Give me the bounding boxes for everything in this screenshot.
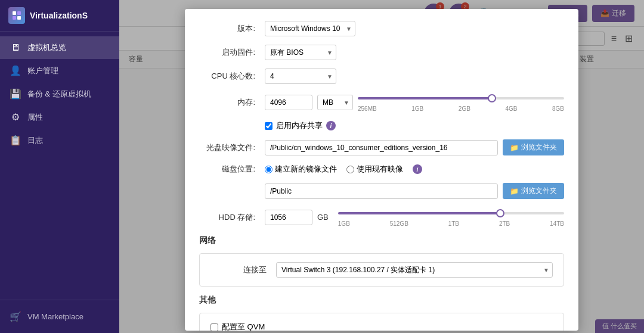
disk-option1-radio[interactable] [265, 166, 273, 173]
disk-label: 磁盘位置: [199, 164, 265, 175]
vm-overview-icon: 🖥 [10, 42, 21, 53]
sidebar-item-label: 日志 [27, 135, 43, 146]
version-select-wrapper: Microsoft Windows 10 ▼ [265, 21, 355, 36]
disk-option2-text: 使用现有映像 [357, 164, 403, 175]
hdd-mark-0: 1GB [338, 220, 350, 227]
svg-rect-3 [17, 16, 21, 20]
hdd-mark-3: 2TB [499, 220, 510, 227]
sidebar-item-label: 备份 & 还原虚拟机 [27, 89, 91, 99]
disk-option1-text: 建立新的镜像文件 [275, 164, 337, 175]
cpu-control: 4 ▼ [265, 69, 564, 84]
disk-option2-radio[interactable] [346, 166, 354, 173]
memory-slider-labels: 256MB 1GB 2GB 4GB 8GB [358, 105, 564, 112]
disk-option2-label[interactable]: 使用现有映像 [346, 164, 403, 175]
firmware-select-wrapper: 原有 BIOS ▼ [265, 45, 336, 60]
iso-label: 光盘映像文件: [199, 142, 265, 153]
memory-unit-select[interactable]: MB [317, 95, 353, 110]
hdd-slider-thumb[interactable] [496, 209, 504, 217]
memory-input[interactable]: 4096 [265, 95, 312, 110]
disk-info-icon[interactable]: i [413, 164, 422, 174]
svg-rect-0 [13, 11, 16, 15]
shared-memory-info-icon[interactable]: i [326, 121, 336, 130]
network-section-title: 网络 [199, 235, 564, 246]
mem-mark-3: 4GB [505, 105, 517, 112]
sidebar-item-label: 账户管理 [27, 66, 58, 76]
sidebar-item-properties[interactable]: ⚙ 属性 [0, 105, 119, 129]
disk-browse-button[interactable]: 📁 浏览文件夹 [503, 183, 564, 199]
cpu-select[interactable]: 4 [265, 69, 336, 84]
sidebar-item-marketplace[interactable]: 🛒 VM Marketplace [10, 307, 110, 326]
hdd-mark-4: 14TB [550, 220, 564, 227]
iso-control: 📁 浏览文件夹 [265, 139, 564, 155]
hdd-slider-labels: 1GB 512GB 1TB 2TB 14TB [338, 220, 564, 227]
app-title: VirtualizationS [30, 11, 88, 20]
cpu-row: CPU 核心数: 4 ▼ [199, 69, 564, 84]
shared-memory-label: 启用内存共享 [276, 120, 323, 131]
hdd-row: HDD 存储: GB 1GB 512GB 1TB [199, 207, 564, 227]
sidebar-item-account[interactable]: 👤 账户管理 [0, 59, 119, 82]
disk-radio-group: 建立新的镜像文件 使用现有映像 i [265, 164, 422, 175]
network-select-wrapper: Virtual Switch 3 (192.168.100.27 / 实体适配卡… [276, 262, 553, 278]
other-section-box: 配置至 QVM 仅限 Virtualization Station 用户访问虚拟… [199, 313, 564, 331]
memory-unit-wrapper: MB ▼ [317, 95, 353, 110]
other-section-title: 其他 [199, 295, 564, 306]
memory-slider-track [358, 97, 564, 99]
firmware-label: 启动固件: [199, 47, 265, 58]
version-row: 版本: Microsoft Windows 10 ▼ [199, 21, 564, 36]
dialog-overlay: 版本: Microsoft Windows 10 ▼ 启动固件: [119, 0, 644, 333]
connect-control: Virtual Switch 3 (192.168.100.27 / 实体适配卡… [276, 262, 553, 278]
hdd-slider-track [338, 212, 564, 214]
marketplace-icon: 🛒 [10, 311, 21, 322]
log-icon: 📋 [10, 135, 21, 146]
sidebar-nav: 🖥 虚拟机总览 👤 账户管理 💾 备份 & 还原虚拟机 ⚙ 属性 📋 日志 [0, 32, 119, 300]
network-connect-row: 连接至 Virtual Switch 3 (192.168.100.27 / 实… [210, 262, 553, 278]
hdd-label: HDD 存储: [199, 212, 265, 223]
account-icon: 👤 [10, 65, 21, 76]
memory-label: 内存: [199, 97, 265, 108]
hdd-slider-track-area [338, 207, 564, 219]
memory-slider-thumb[interactable] [488, 94, 496, 102]
hdd-mark-2: 1TB [448, 220, 459, 227]
memory-row: 内存: 4096 MB ▼ [199, 92, 564, 112]
firmware-select[interactable]: 原有 BIOS [265, 45, 336, 60]
memory-slider-track-area [358, 92, 564, 104]
iso-row: 光盘映像文件: 📁 浏览文件夹 [199, 139, 564, 155]
qvm-checkbox[interactable] [210, 323, 218, 331]
hdd-slider-container: 1GB 512GB 1TB 2TB 14TB [338, 207, 564, 227]
marketplace-label: VM Marketplace [27, 312, 83, 321]
iso-browse-button[interactable]: 📁 浏览文件夹 [503, 139, 564, 155]
shared-memory-row: 启用内存共享 i [199, 120, 564, 131]
network-section-box: 连接至 Virtual Switch 3 (192.168.100.27 / 实… [199, 253, 564, 287]
properties-icon: ⚙ [10, 111, 21, 123]
version-label: 版本: [199, 23, 265, 34]
svg-rect-2 [13, 16, 16, 20]
sidebar-item-backup[interactable]: 💾 备份 & 还原虚拟机 [0, 82, 119, 105]
svg-rect-1 [17, 11, 21, 15]
sidebar-bottom: 🛒 VM Marketplace [0, 300, 119, 333]
version-control: Microsoft Windows 10 ▼ [265, 21, 564, 36]
shared-memory-checkbox[interactable] [265, 122, 273, 130]
disk-path-row: 📁 浏览文件夹 [199, 183, 564, 199]
sidebar-item-label: 属性 [27, 112, 43, 123]
version-select[interactable]: Microsoft Windows 10 [265, 21, 355, 36]
mem-mark-0: 256MB [358, 105, 377, 112]
hdd-control: GB 1GB 512GB 1TB 2TB 14TB [265, 207, 564, 227]
app-logo-icon [8, 7, 25, 24]
iso-input[interactable] [265, 140, 498, 155]
qvm-label: 配置至 QVM [222, 322, 265, 331]
memory-control: 4096 MB ▼ 256MB [265, 92, 564, 112]
disk-control: 建立新的镜像文件 使用现有映像 i [265, 164, 564, 175]
memory-slider-container: 256MB 1GB 2GB 4GB 8GB [358, 92, 564, 112]
sidebar-item-vm-overview[interactable]: 🖥 虚拟机总览 [0, 36, 119, 59]
disk-option1-label[interactable]: 建立新的镜像文件 [265, 164, 337, 175]
vm-settings-dialog: 版本: Microsoft Windows 10 ▼ 启动固件: [185, 9, 578, 331]
hdd-mark-1: 512GB [390, 220, 408, 227]
disk-location-row: 磁盘位置: 建立新的镜像文件 使用现有映像 i [199, 164, 564, 175]
backup-icon: 💾 [10, 88, 21, 99]
sidebar-item-log[interactable]: 📋 日志 [0, 129, 119, 152]
sidebar-item-label: 虚拟机总览 [27, 42, 66, 53]
disk-path-input[interactable] [265, 183, 498, 199]
connect-label: 连接至 [210, 264, 276, 275]
network-select[interactable]: Virtual Switch 3 (192.168.100.27 / 实体适配卡… [276, 262, 553, 278]
hdd-input[interactable] [265, 210, 312, 225]
